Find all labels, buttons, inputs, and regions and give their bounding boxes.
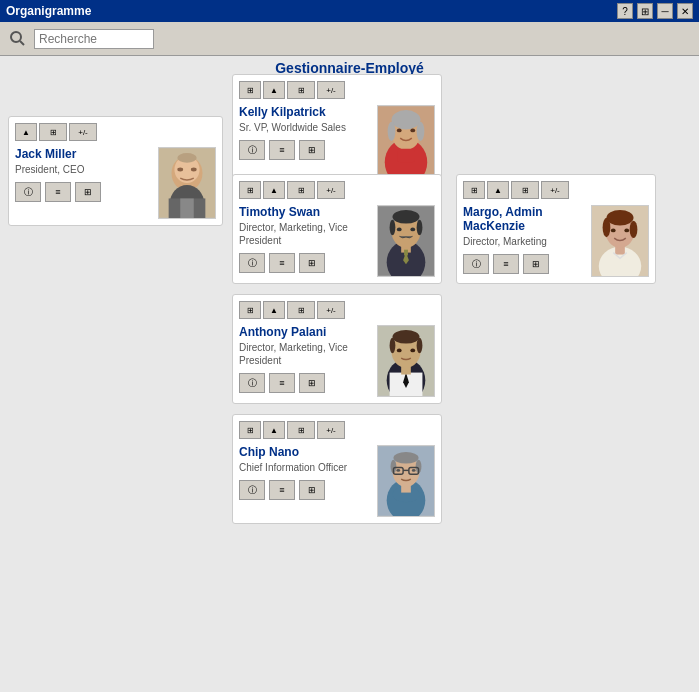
nav-icon-chip[interactable]: ⊞ — [239, 421, 261, 439]
svg-point-8 — [177, 168, 183, 172]
list-btn-timothy[interactable]: ≡ — [269, 253, 295, 273]
org-action-btn-kelly[interactable]: ⊞ — [299, 140, 325, 160]
card-info-kelly: Kelly Kilpatrick Sr. VP, Worldwide Sales… — [239, 105, 369, 177]
help-button[interactable]: ? — [617, 3, 633, 19]
svg-point-28 — [397, 227, 402, 231]
card-margo: ⊞ ▲ ⊞ +/- Margo, Admin MacKenzie Directo… — [456, 174, 656, 284]
plusminus-margo[interactable]: +/- — [541, 181, 569, 199]
svg-point-18 — [397, 128, 402, 132]
svg-point-9 — [191, 168, 197, 172]
card-anthony: ⊞ ▲ ⊞ +/- Anthony Palani Director, Marke… — [232, 294, 442, 404]
card-timothy: ⊞ ▲ ⊞ +/- Timothy Swan Director, Marketi… — [232, 174, 442, 284]
plusminus-timothy[interactable]: +/- — [317, 181, 345, 199]
search-input[interactable] — [34, 29, 154, 49]
window-controls: ? ⊞ ─ ✕ — [617, 3, 693, 19]
main-content: Gestionnaire-Employé ▲ ⊞ +/- Jack Miller… — [0, 56, 699, 692]
card-kelly: ⊞ ▲ ⊞ +/- Kelly Kilpatrick Sr. VP, World… — [232, 74, 442, 184]
card-actions-kelly: ⓘ ≡ ⊞ — [239, 140, 369, 160]
list-btn-kelly[interactable]: ≡ — [269, 140, 295, 160]
card-jack: ▲ ⊞ +/- Jack Miller President, CEO ⓘ ≡ ⊞ — [8, 116, 223, 226]
svg-point-61 — [603, 218, 611, 237]
svg-point-64 — [624, 228, 629, 232]
titlebar: Organigramme ? ⊞ ─ ✕ — [0, 0, 699, 22]
card-body-jack: Jack Miller President, CEO ⓘ ≡ ⊞ — [15, 147, 216, 219]
svg-point-63 — [611, 228, 616, 232]
svg-point-48 — [393, 452, 418, 464]
photo-anthony — [377, 325, 435, 397]
up-arrow-margo[interactable]: ▲ — [487, 181, 509, 199]
list-btn-chip[interactable]: ≡ — [269, 480, 295, 500]
info-btn-chip[interactable]: ⓘ — [239, 480, 265, 500]
employee-title-chip: Chief Information Officer — [239, 461, 369, 474]
org-action-btn-jack[interactable]: ⊞ — [75, 182, 101, 202]
plusminus-kelly[interactable]: +/- — [317, 81, 345, 99]
org-btn-jack[interactable]: ⊞ — [39, 123, 67, 141]
up-arrow-timothy[interactable]: ▲ — [263, 181, 285, 199]
org-btn-margo[interactable]: ⊞ — [511, 181, 539, 199]
info-btn-timothy[interactable]: ⓘ — [239, 253, 265, 273]
org-btn-anthony[interactable]: ⊞ — [287, 301, 315, 319]
svg-point-0 — [11, 32, 21, 42]
toolbar — [0, 22, 699, 56]
minimize-button[interactable]: ─ — [657, 3, 673, 19]
up-arrow-jack[interactable]: ▲ — [15, 123, 37, 141]
up-arrow-kelly[interactable]: ▲ — [263, 81, 285, 99]
card-body-anthony: Anthony Palani Director, Marketing, Vice… — [239, 325, 435, 397]
org-action-btn-anthony[interactable]: ⊞ — [299, 373, 325, 393]
employee-name-jack: Jack Miller — [15, 147, 150, 161]
employee-title-anthony: Director, Marketing, Vice President — [239, 341, 369, 367]
info-btn-jack[interactable]: ⓘ — [15, 182, 41, 202]
info-btn-anthony[interactable]: ⓘ — [239, 373, 265, 393]
svg-point-17 — [417, 122, 425, 141]
card-body-timothy: Timothy Swan Director, Marketing, Vice P… — [239, 205, 435, 277]
card-toolbar-anthony: ⊞ ▲ ⊞ +/- — [239, 301, 435, 319]
close-button[interactable]: ✕ — [677, 3, 693, 19]
org-action-btn-chip[interactable]: ⊞ — [299, 480, 325, 500]
employee-name-margo: Margo, Admin MacKenzie — [463, 205, 583, 233]
plusminus-jack[interactable]: +/- — [69, 123, 97, 141]
nav-icon-anthony[interactable]: ⊞ — [239, 301, 261, 319]
nav-icon-kelly[interactable]: ⊞ — [239, 81, 261, 99]
plusminus-anthony[interactable]: +/- — [317, 301, 345, 319]
list-btn-margo[interactable]: ≡ — [493, 254, 519, 274]
card-body-margo: Margo, Admin MacKenzie Director, Marketi… — [463, 205, 649, 277]
employee-title-kelly: Sr. VP, Worldwide Sales — [239, 121, 369, 134]
svg-point-29 — [410, 227, 415, 231]
org-btn-kelly[interactable]: ⊞ — [287, 81, 315, 99]
svg-point-60 — [606, 210, 633, 225]
svg-point-42 — [410, 348, 415, 352]
info-btn-margo[interactable]: ⓘ — [463, 254, 489, 274]
org-btn-chip[interactable]: ⊞ — [287, 421, 315, 439]
org-btn-timothy[interactable]: ⊞ — [287, 181, 315, 199]
org-action-btn-timothy[interactable]: ⊞ — [299, 253, 325, 273]
employee-title-timothy: Director, Marketing, Vice President — [239, 221, 369, 247]
nav-icon-margo[interactable]: ⊞ — [463, 181, 485, 199]
up-arrow-anthony[interactable]: ▲ — [263, 301, 285, 319]
info-btn-kelly[interactable]: ⓘ — [239, 140, 265, 160]
svg-point-15 — [392, 110, 421, 129]
card-info-anthony: Anthony Palani Director, Marketing, Vice… — [239, 325, 369, 397]
photo-jack — [158, 147, 216, 219]
restore-button[interactable]: ⊞ — [637, 3, 653, 19]
up-arrow-chip[interactable]: ▲ — [263, 421, 285, 439]
svg-rect-20 — [397, 149, 414, 163]
card-toolbar-timothy: ⊞ ▲ ⊞ +/- — [239, 181, 435, 199]
plusminus-chip[interactable]: +/- — [317, 421, 345, 439]
org-action-btn-margo[interactable]: ⊞ — [523, 254, 549, 274]
card-actions-timothy: ⓘ ≡ ⊞ — [239, 253, 369, 273]
svg-point-38 — [392, 330, 419, 344]
svg-rect-31 — [404, 250, 408, 256]
svg-point-40 — [417, 338, 423, 353]
svg-rect-7 — [180, 198, 194, 218]
employee-name-chip: Chip Nano — [239, 445, 369, 459]
card-body-chip: Chip Nano Chief Information Officer ⓘ ≡ … — [239, 445, 435, 517]
card-chip: ⊞ ▲ ⊞ +/- Chip Nano Chief Information Of… — [232, 414, 442, 524]
app-title: Organigramme — [6, 4, 91, 18]
employee-title-margo: Director, Marketing — [463, 235, 583, 248]
employee-title-jack: President, CEO — [15, 163, 150, 176]
list-btn-anthony[interactable]: ≡ — [269, 373, 295, 393]
photo-margo — [591, 205, 649, 277]
list-btn-jack[interactable]: ≡ — [45, 182, 71, 202]
nav-icon-timothy[interactable]: ⊞ — [239, 181, 261, 199]
card-actions-jack: ⓘ ≡ ⊞ — [15, 182, 150, 202]
